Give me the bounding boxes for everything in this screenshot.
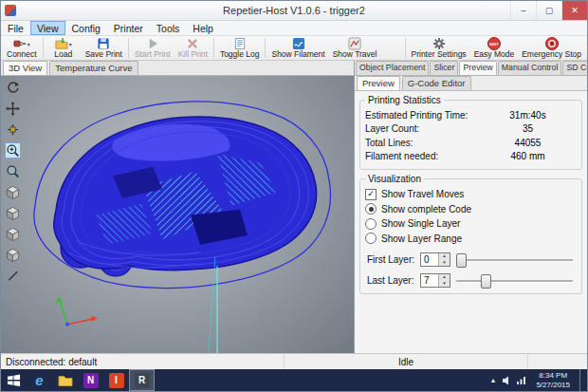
internet-explorer-icon[interactable]: e — [27, 369, 52, 391]
tab-slicer[interactable]: Slicer — [430, 61, 458, 75]
tray-expand-icon[interactable]: ▲ — [489, 377, 496, 383]
show-layer-range-radio[interactable] — [365, 233, 377, 244]
menu-item-printer[interactable]: Printer — [107, 21, 150, 35]
stat-value: 44055 — [479, 138, 577, 148]
menu-bar: File View Config Printer Tools Help — [1, 21, 587, 36]
option-show-layer-range[interactable]: Show Layer Range — [365, 232, 577, 247]
connect-label: Connect — [7, 50, 37, 59]
connection-status: Disconnected: default — [1, 354, 285, 369]
last-layer-spinner[interactable]: 7 ▲ ▼ — [420, 273, 450, 288]
menu-item-tools[interactable]: Tools — [150, 21, 187, 35]
move-view-icon[interactable] — [5, 101, 21, 117]
stat-label: Layer Count: — [365, 123, 479, 134]
tab-3d-view[interactable]: 3D View — [3, 61, 47, 75]
last-layer-slider[interactable] — [454, 273, 575, 288]
gcode-preview-model[interactable] — [1, 76, 354, 353]
taskbar-app-n[interactable]: N — [78, 369, 103, 391]
stat-value: 31m:40s — [479, 110, 577, 121]
close-button[interactable]: ✕ — [561, 1, 587, 20]
spin-down-button[interactable]: ▼ — [439, 281, 450, 288]
easy-mode-label: Easy Mode — [474, 50, 515, 59]
save-print-button[interactable]: Save Print — [82, 36, 126, 60]
tab-sd-card[interactable]: SD Card — [562, 61, 587, 75]
zoom-icon[interactable] — [5, 142, 21, 159]
view-side-icon[interactable] — [5, 247, 21, 263]
kill-print-button[interactable]: Kill Print — [175, 36, 211, 60]
option-show-complete-code[interactable]: Show complete Code — [365, 202, 577, 217]
tab-preview[interactable]: Preview — [459, 61, 496, 75]
option-show-travel-moves[interactable]: ✓ Show Travel Moves — [365, 187, 577, 202]
first-layer-slider[interactable] — [454, 252, 575, 267]
stat-row: Total Lines: 44055 — [365, 136, 577, 150]
show-travel-button[interactable]: Show Travel — [329, 36, 381, 60]
view-front-icon[interactable] — [5, 205, 21, 221]
start-button[interactable] — [1, 369, 27, 391]
taskbar-clock[interactable]: 8:34 PM 5/27/2015 — [536, 371, 570, 389]
show-single-layer-radio[interactable] — [365, 218, 377, 230]
network-icon[interactable] — [516, 375, 526, 385]
rotate-view-icon[interactable] — [5, 80, 21, 96]
printer-state: Idle — [285, 354, 528, 369]
tab-temperature-curve[interactable]: Temperature Curve — [49, 61, 138, 75]
file-explorer-icon[interactable] — [52, 369, 78, 391]
load-button[interactable]: ▾ Load — [46, 36, 82, 60]
view-isometric-icon[interactable] — [5, 184, 21, 200]
speaker-icon[interactable] — [502, 375, 510, 386]
zoom-fit-icon[interactable] — [5, 163, 21, 179]
menu-item-config[interactable]: Config — [65, 21, 107, 35]
maximize-button[interactable]: ▢ — [536, 1, 561, 20]
measure-icon[interactable] — [5, 268, 21, 284]
subtab-gcode-editor[interactable]: G-Code Editor — [402, 76, 471, 90]
main-area: 3D View Temperature Curve — [1, 61, 587, 353]
control-panel: Object Placement Slicer Preview Manual C… — [354, 61, 587, 353]
dropdown-arrow: ▾ — [28, 41, 30, 47]
option-label: Show Single Layer — [381, 218, 460, 229]
show-filament-button[interactable]: Show Filament — [267, 36, 328, 60]
menu-item-view[interactable]: View — [30, 21, 65, 35]
toolbar-separator — [128, 38, 129, 58]
easy-mode-icon: EASY — [487, 37, 501, 50]
subtab-preview[interactable]: Preview — [357, 76, 400, 90]
slider-thumb[interactable] — [481, 274, 491, 289]
move-object-icon[interactable] — [5, 121, 21, 138]
viewport-toolbar — [3, 80, 22, 284]
3d-viewport[interactable] — [1, 76, 354, 353]
show-complete-code-radio[interactable] — [365, 203, 377, 215]
tab-manual-control[interactable]: Manual Control — [498, 61, 562, 75]
stat-row: Estimated Printing Time: 31m:40s — [365, 108, 577, 122]
view-top-icon[interactable] — [5, 226, 21, 242]
toolbar-right-group: Printer Settings EASY Easy Mode Emergenc… — [403, 36, 586, 60]
easy-mode-button[interactable]: EASY Easy Mode — [470, 36, 519, 60]
title-bar[interactable]: Repetier-Host V1.0.6 - trigger2 – ▢ ✕ — [1, 1, 587, 21]
toolbar-separator — [213, 38, 214, 58]
taskbar-app-i[interactable]: I — [103, 369, 129, 391]
menu-item-file[interactable]: File — [1, 21, 30, 35]
spinner-buttons: ▲ ▼ — [438, 253, 450, 266]
option-label: Show complete Code — [381, 204, 471, 215]
printer-settings-button[interactable]: Printer Settings — [408, 36, 470, 60]
menu-item-help[interactable]: Help — [186, 21, 220, 35]
toggle-log-button[interactable]: Toggle Log — [216, 36, 264, 60]
slider-thumb[interactable] — [456, 253, 467, 268]
stat-value: 35 — [479, 123, 577, 134]
tab-object-placement[interactable]: Object Placement — [356, 61, 429, 75]
emergency-stop-button[interactable]: Emergency Stop — [518, 36, 585, 60]
spin-down-button[interactable]: ▼ — [439, 260, 450, 267]
first-layer-spinner[interactable]: 0 ▲ ▼ — [420, 252, 450, 267]
stat-row: Filament needed: 460 mm — [365, 150, 577, 164]
minimize-button[interactable]: – — [510, 1, 536, 20]
show-travel-moves-checkbox[interactable]: ✓ — [365, 189, 377, 200]
show-desktop-button[interactable] — [579, 369, 585, 391]
printing-statistics-group: Printing Statistics Estimated Printing T… — [359, 100, 582, 170]
printing-statistics-title: Printing Statistics — [365, 95, 444, 105]
option-show-single-layer[interactable]: Show Single Layer — [365, 216, 577, 232]
printer-settings-icon — [432, 37, 446, 50]
slider-track — [456, 259, 573, 262]
last-layer-row: Last Layer: 7 ▲ ▼ — [367, 273, 575, 288]
start-print-button[interactable]: Start Print — [131, 36, 175, 60]
taskbar-app-repetier[interactable]: R — [129, 369, 155, 391]
system-tray: ▲ 8:34 PM 5/27/2015 — [489, 369, 587, 391]
visualization-title: Visualization — [365, 174, 424, 184]
connect-button[interactable]: ▾ Connect — [3, 36, 41, 60]
start-print-label: Start Print — [135, 50, 171, 59]
